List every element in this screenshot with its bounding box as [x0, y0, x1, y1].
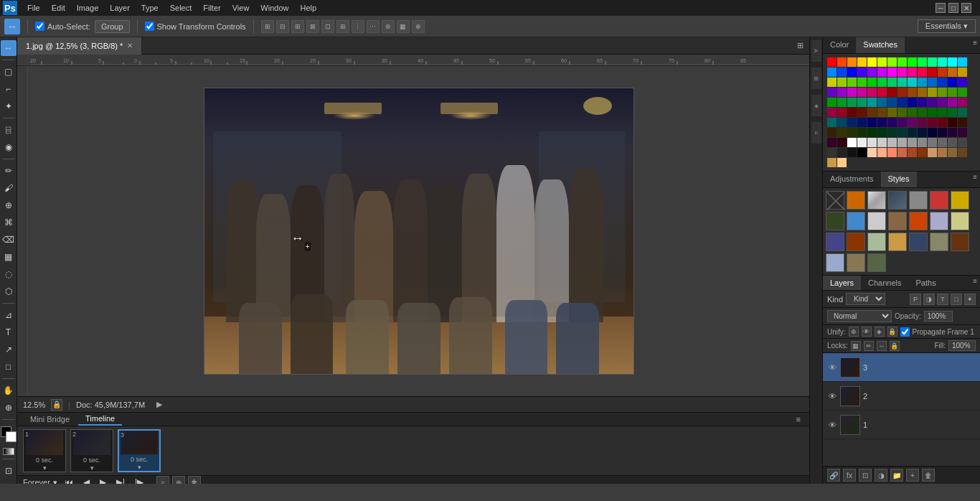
play-pause-btn[interactable]: ▶ [97, 476, 109, 484]
gradient-btn[interactable]: ▦ [1, 249, 17, 265]
swatch[interactable] [877, 148, 887, 157]
unify-vis-btn[interactable]: 👁 [862, 327, 872, 337]
swatch[interactable] [857, 118, 867, 127]
style-item[interactable] [951, 233, 969, 251]
type-btn[interactable]: T [1, 324, 17, 340]
swatch[interactable] [847, 88, 857, 97]
filter-pixel-icon[interactable]: P [910, 294, 921, 305]
lock-move-btn[interactable]: ↔ [877, 341, 887, 351]
frame-3-delay[interactable]: ▾ [138, 464, 141, 471]
swatch[interactable] [938, 108, 947, 117]
swatch[interactable] [827, 148, 837, 157]
swatch[interactable] [948, 138, 957, 147]
swatch[interactable] [877, 118, 887, 127]
swatch[interactable] [827, 158, 837, 167]
swatch[interactable] [837, 118, 847, 127]
adjustments-tab[interactable]: Adjustments [823, 172, 881, 187]
swatch[interactable] [847, 98, 857, 107]
lock-px-btn[interactable]: ▦ [851, 341, 861, 351]
color-panel-collapse[interactable]: ≡ [970, 37, 980, 53]
swatch[interactable] [827, 57, 837, 67]
unify-pos-btn[interactable]: ⊕ [849, 327, 859, 337]
swatch[interactable] [958, 98, 967, 107]
align-top-icon[interactable]: ⊠ [306, 20, 319, 33]
style-item[interactable] [847, 233, 865, 251]
eraser-btn[interactable]: ⌫ [1, 232, 17, 248]
style-item[interactable] [826, 253, 844, 272]
menu-file[interactable]: File [22, 2, 46, 14]
swatch[interactable] [918, 128, 927, 137]
swatch[interactable] [948, 67, 957, 77]
swatch[interactable] [958, 88, 967, 97]
fill-input[interactable] [948, 340, 976, 351]
filter-shape-icon[interactable]: □ [951, 294, 962, 305]
swatch[interactable] [918, 148, 927, 157]
swatch[interactable] [837, 108, 847, 117]
swatch[interactable] [847, 57, 857, 67]
swatch[interactable] [837, 148, 847, 157]
align-bottom-icon[interactable]: ⊞ [336, 20, 349, 33]
style-item[interactable] [867, 212, 886, 230]
style-item[interactable] [826, 233, 844, 251]
swatch[interactable] [938, 88, 947, 97]
menu-select[interactable]: Select [164, 2, 198, 14]
side-mini-btn-3[interactable]: ◈ [811, 95, 821, 116]
swatch[interactable] [938, 138, 947, 147]
lasso-tool-btn[interactable]: ⌐ [1, 81, 17, 97]
dist-icon[interactable]: ⊛ [382, 20, 395, 33]
unify-style-btn[interactable]: ◈ [875, 327, 885, 337]
swatch[interactable] [877, 98, 887, 107]
swatch[interactable] [928, 138, 937, 147]
swatch[interactable] [887, 138, 897, 147]
swatch[interactable] [867, 88, 877, 97]
zoom-btn[interactable]: ⊕ [1, 400, 17, 416]
swatch[interactable] [958, 108, 967, 117]
clone-btn[interactable]: ⊕ [1, 197, 17, 213]
swatch[interactable] [857, 128, 867, 137]
swatch[interactable] [928, 118, 937, 127]
adj-panel-collapse[interactable]: ≡ [970, 172, 980, 187]
swatch[interactable] [928, 88, 937, 97]
swatch[interactable] [938, 67, 947, 77]
swatch[interactable] [938, 148, 947, 157]
swatch[interactable] [928, 67, 937, 77]
swatch[interactable] [958, 128, 967, 137]
swatch[interactable] [908, 128, 917, 137]
styles-tab[interactable]: Styles [881, 172, 917, 187]
restore-btn[interactable]: □ [948, 3, 958, 13]
swatch[interactable] [837, 67, 847, 77]
swatch[interactable] [918, 138, 927, 147]
swatch[interactable] [887, 118, 897, 127]
eyedropper-btn[interactable]: ◉ [1, 139, 17, 155]
frame-2[interactable]: 2 0 sec. ▾ [70, 429, 113, 472]
swatch[interactable] [837, 88, 847, 97]
prev-frame-btn[interactable]: ◀ [80, 476, 93, 484]
side-mini-btn-4[interactable]: ≡ [811, 122, 821, 144]
filter-smart-icon[interactable]: ✦ [964, 294, 976, 305]
go-first-btn[interactable]: ⏮ [62, 476, 76, 484]
swatch[interactable] [877, 67, 887, 77]
layer-2-visibility[interactable]: 👁 [827, 391, 837, 401]
swatch[interactable] [887, 128, 897, 137]
essentials-btn[interactable]: Essentials ▾ [918, 19, 976, 33]
swatch[interactable] [887, 88, 897, 97]
propagate-checkbox[interactable] [900, 327, 910, 337]
swatch[interactable] [847, 67, 857, 77]
swatch[interactable] [928, 108, 937, 117]
swatch[interactable] [867, 67, 877, 77]
selection-tool-btn[interactable]: ▢ [1, 64, 17, 80]
swatch[interactable] [847, 128, 857, 137]
swatch[interactable] [827, 78, 837, 87]
swatch[interactable] [938, 118, 947, 127]
quick-mask-btn[interactable] [3, 448, 14, 455]
menu-layer[interactable]: Layer [104, 2, 136, 14]
lock-all-btn[interactable]: 🔒 [890, 341, 900, 351]
swatch[interactable] [837, 78, 847, 87]
blur-btn[interactable]: ◌ [1, 266, 17, 282]
timeline-tab[interactable]: Timeline [78, 413, 122, 426]
style-item[interactable] [826, 191, 844, 210]
layers-tab[interactable]: Layers [823, 276, 861, 290]
swatch[interactable] [827, 108, 837, 117]
swatch[interactable] [827, 138, 837, 147]
autoscroll-checkbox[interactable] [35, 22, 44, 31]
